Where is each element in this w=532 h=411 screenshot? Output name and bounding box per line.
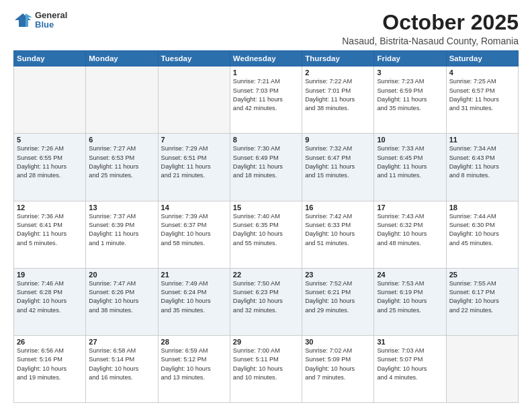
day-info: Sunrise: 7:44 AM Sunset: 6:30 PM Dayligh… bbox=[449, 212, 515, 248]
day-info: Sunrise: 7:43 AM Sunset: 6:32 PM Dayligh… bbox=[377, 212, 443, 248]
day-info: Sunrise: 7:47 AM Sunset: 6:26 PM Dayligh… bbox=[89, 279, 154, 315]
subtitle: Nasaud, Bistrita-Nasaud County, Romania bbox=[342, 36, 519, 46]
calendar-week-1: 5Sunrise: 7:26 AM Sunset: 6:55 PM Daylig… bbox=[14, 134, 519, 201]
day-number: 5 bbox=[17, 136, 83, 144]
calendar-header-saturday: Saturday bbox=[446, 51, 518, 66]
day-number: 8 bbox=[233, 136, 299, 144]
calendar-cell: 9Sunrise: 7:32 AM Sunset: 6:47 PM Daylig… bbox=[302, 134, 374, 201]
day-number: 13 bbox=[89, 203, 154, 212]
day-info: Sunrise: 7:23 AM Sunset: 6:59 PM Dayligh… bbox=[377, 77, 443, 113]
day-info: Sunrise: 7:37 AM Sunset: 6:39 PM Dayligh… bbox=[89, 212, 154, 248]
day-info: Sunrise: 7:46 AM Sunset: 6:28 PM Dayligh… bbox=[17, 279, 83, 315]
calendar-cell: 10Sunrise: 7:33 AM Sunset: 6:45 PM Dayli… bbox=[374, 134, 446, 201]
day-number: 26 bbox=[17, 338, 83, 346]
calendar-header-thursday: Thursday bbox=[302, 51, 374, 66]
calendar-cell: 8Sunrise: 7:30 AM Sunset: 6:49 PM Daylig… bbox=[230, 134, 302, 201]
day-info: Sunrise: 7:36 AM Sunset: 6:41 PM Dayligh… bbox=[17, 212, 83, 248]
calendar-header-monday: Monday bbox=[86, 51, 158, 66]
day-number: 23 bbox=[305, 271, 371, 279]
calendar-cell: 12Sunrise: 7:36 AM Sunset: 6:41 PM Dayli… bbox=[14, 201, 86, 268]
logo-icon bbox=[13, 11, 32, 30]
day-number: 9 bbox=[305, 136, 371, 144]
calendar-header-tuesday: Tuesday bbox=[158, 51, 230, 66]
day-info: Sunrise: 7:34 AM Sunset: 6:43 PM Dayligh… bbox=[449, 144, 515, 180]
day-number: 31 bbox=[377, 338, 443, 346]
day-info: Sunrise: 7:22 AM Sunset: 7:01 PM Dayligh… bbox=[305, 77, 371, 113]
day-info: Sunrise: 7:26 AM Sunset: 6:55 PM Dayligh… bbox=[17, 144, 83, 180]
calendar-cell bbox=[158, 66, 230, 134]
calendar-cell: 3Sunrise: 7:23 AM Sunset: 6:59 PM Daylig… bbox=[374, 66, 446, 134]
calendar-cell: 5Sunrise: 7:26 AM Sunset: 6:55 PM Daylig… bbox=[14, 134, 86, 201]
day-info: Sunrise: 7:39 AM Sunset: 6:37 PM Dayligh… bbox=[161, 212, 227, 248]
calendar-cell bbox=[14, 66, 86, 134]
day-info: Sunrise: 7:02 AM Sunset: 5:09 PM Dayligh… bbox=[305, 347, 371, 382]
day-number: 22 bbox=[233, 271, 299, 279]
day-number: 21 bbox=[161, 271, 227, 279]
day-info: Sunrise: 7:32 AM Sunset: 6:47 PM Dayligh… bbox=[305, 144, 371, 180]
calendar-week-2: 12Sunrise: 7:36 AM Sunset: 6:41 PM Dayli… bbox=[14, 201, 519, 268]
day-number: 10 bbox=[377, 136, 443, 144]
day-number: 18 bbox=[449, 203, 515, 212]
day-number: 20 bbox=[89, 271, 154, 279]
day-number: 29 bbox=[233, 338, 299, 346]
calendar-cell: 4Sunrise: 7:25 AM Sunset: 6:57 PM Daylig… bbox=[446, 66, 518, 134]
calendar-cell: 31Sunrise: 7:03 AM Sunset: 5:07 PM Dayli… bbox=[374, 335, 446, 402]
day-info: Sunrise: 7:55 AM Sunset: 6:17 PM Dayligh… bbox=[449, 279, 515, 315]
calendar-week-4: 26Sunrise: 6:56 AM Sunset: 5:16 PM Dayli… bbox=[14, 335, 519, 402]
logo-text: General Blue bbox=[35, 11, 67, 30]
day-info: Sunrise: 7:30 AM Sunset: 6:49 PM Dayligh… bbox=[233, 144, 299, 180]
day-info: Sunrise: 7:00 AM Sunset: 5:11 PM Dayligh… bbox=[233, 347, 299, 382]
calendar-table: SundayMondayTuesdayWednesdayThursdayFrid… bbox=[13, 50, 519, 403]
calendar-cell: 2Sunrise: 7:22 AM Sunset: 7:01 PM Daylig… bbox=[302, 66, 374, 134]
calendar-cell: 23Sunrise: 7:52 AM Sunset: 6:21 PM Dayli… bbox=[302, 268, 374, 335]
calendar-cell bbox=[446, 335, 518, 402]
calendar-header-wednesday: Wednesday bbox=[230, 51, 302, 66]
day-number: 24 bbox=[377, 271, 443, 279]
title-block: October 2025 Nasaud, Bistrita-Nasaud Cou… bbox=[342, 11, 519, 46]
calendar-cell: 7Sunrise: 7:29 AM Sunset: 6:51 PM Daylig… bbox=[158, 134, 230, 201]
calendar-cell: 20Sunrise: 7:47 AM Sunset: 6:26 PM Dayli… bbox=[86, 268, 158, 335]
day-info: Sunrise: 7:29 AM Sunset: 6:51 PM Dayligh… bbox=[161, 144, 227, 180]
calendar-cell: 30Sunrise: 7:02 AM Sunset: 5:09 PM Dayli… bbox=[302, 335, 374, 402]
calendar-cell: 27Sunrise: 6:58 AM Sunset: 5:14 PM Dayli… bbox=[86, 335, 158, 402]
calendar-header-row: SundayMondayTuesdayWednesdayThursdayFrid… bbox=[14, 51, 519, 66]
day-number: 3 bbox=[377, 68, 443, 77]
day-number: 16 bbox=[305, 203, 371, 212]
day-info: Sunrise: 7:33 AM Sunset: 6:45 PM Dayligh… bbox=[377, 144, 443, 180]
calendar-cell: 13Sunrise: 7:37 AM Sunset: 6:39 PM Dayli… bbox=[86, 201, 158, 268]
calendar-cell: 28Sunrise: 6:59 AM Sunset: 5:12 PM Dayli… bbox=[158, 335, 230, 402]
day-info: Sunrise: 7:40 AM Sunset: 6:35 PM Dayligh… bbox=[233, 212, 299, 248]
day-number: 17 bbox=[377, 203, 443, 212]
calendar-header-sunday: Sunday bbox=[14, 51, 86, 66]
calendar-cell: 11Sunrise: 7:34 AM Sunset: 6:43 PM Dayli… bbox=[446, 134, 518, 201]
day-info: Sunrise: 7:53 AM Sunset: 6:19 PM Dayligh… bbox=[377, 279, 443, 315]
calendar-cell: 15Sunrise: 7:40 AM Sunset: 6:35 PM Dayli… bbox=[230, 201, 302, 268]
day-info: Sunrise: 7:52 AM Sunset: 6:21 PM Dayligh… bbox=[305, 279, 371, 315]
day-number: 28 bbox=[161, 338, 227, 346]
page: General Blue October 2025 Nasaud, Bistri… bbox=[0, 0, 532, 411]
calendar-cell: 21Sunrise: 7:49 AM Sunset: 6:24 PM Dayli… bbox=[158, 268, 230, 335]
calendar-cell: 24Sunrise: 7:53 AM Sunset: 6:19 PM Dayli… bbox=[374, 268, 446, 335]
day-info: Sunrise: 7:21 AM Sunset: 7:03 PM Dayligh… bbox=[233, 77, 299, 113]
day-info: Sunrise: 7:42 AM Sunset: 6:33 PM Dayligh… bbox=[305, 212, 371, 248]
day-number: 14 bbox=[161, 203, 227, 212]
calendar-cell: 16Sunrise: 7:42 AM Sunset: 6:33 PM Dayli… bbox=[302, 201, 374, 268]
day-number: 2 bbox=[305, 68, 371, 77]
calendar-cell: 26Sunrise: 6:56 AM Sunset: 5:16 PM Dayli… bbox=[14, 335, 86, 402]
day-info: Sunrise: 6:59 AM Sunset: 5:12 PM Dayligh… bbox=[161, 347, 227, 382]
day-info: Sunrise: 6:58 AM Sunset: 5:14 PM Dayligh… bbox=[89, 347, 154, 382]
logo-general: General bbox=[35, 11, 67, 20]
day-number: 4 bbox=[449, 68, 515, 77]
calendar-cell: 22Sunrise: 7:50 AM Sunset: 6:23 PM Dayli… bbox=[230, 268, 302, 335]
calendar-cell: 6Sunrise: 7:27 AM Sunset: 6:53 PM Daylig… bbox=[86, 134, 158, 201]
calendar-cell: 18Sunrise: 7:44 AM Sunset: 6:30 PM Dayli… bbox=[446, 201, 518, 268]
day-number: 30 bbox=[305, 338, 371, 346]
day-info: Sunrise: 7:25 AM Sunset: 6:57 PM Dayligh… bbox=[449, 77, 515, 113]
day-info: Sunrise: 7:50 AM Sunset: 6:23 PM Dayligh… bbox=[233, 279, 299, 315]
day-number: 19 bbox=[17, 271, 83, 279]
calendar-cell: 17Sunrise: 7:43 AM Sunset: 6:32 PM Dayli… bbox=[374, 201, 446, 268]
calendar-cell: 19Sunrise: 7:46 AM Sunset: 6:28 PM Dayli… bbox=[14, 268, 86, 335]
header: General Blue October 2025 Nasaud, Bistri… bbox=[13, 11, 519, 46]
day-number: 15 bbox=[233, 203, 299, 212]
calendar-cell: 25Sunrise: 7:55 AM Sunset: 6:17 PM Dayli… bbox=[446, 268, 518, 335]
